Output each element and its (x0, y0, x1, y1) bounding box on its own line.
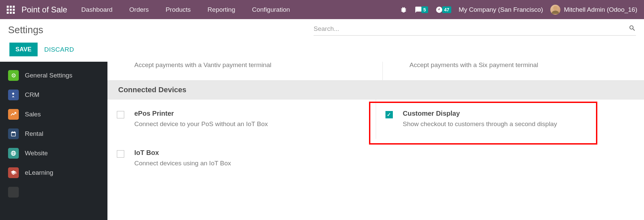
settings-row-partial: Accept payments with a Vantiv payment te… (107, 62, 644, 80)
company-selector[interactable]: My Company (San Francisco) (459, 6, 543, 13)
setting-epos-printer: ePos Printer Connect device to your PoS … (107, 100, 376, 139)
nav-orders[interactable]: Orders (129, 6, 149, 13)
checkbox-iot-box[interactable] (117, 150, 124, 158)
top-navbar: Point of Sale Dashboard Orders Products … (0, 0, 644, 19)
section-header-connected-devices: Connected Devices (107, 80, 644, 100)
main-nav: Dashboard Orders Products Reporting Conf… (81, 6, 290, 13)
nav-reporting[interactable]: Reporting (208, 6, 235, 13)
app-brand[interactable]: Point of Sale (21, 5, 67, 14)
user-menu[interactable]: Mitchell Admin (Odoo_16) (550, 5, 637, 15)
activities-icon[interactable]: 47 (435, 6, 452, 13)
main-area: ⚙ General Settings CRM Sales Rental We (0, 62, 644, 220)
settings-row: ePos Printer Connect device to your PoS … (107, 100, 644, 139)
handshake-icon (8, 90, 19, 100)
setting-description: Show checkout to customers through a sec… (403, 119, 557, 129)
svg-point-0 (553, 6, 558, 10)
settings-sidebar: ⚙ General Settings CRM Sales Rental We (0, 62, 107, 220)
sidebar-item-label: eLearning (25, 169, 53, 176)
page-title: Settings (8, 24, 43, 36)
chart-icon (8, 109, 19, 120)
debug-icon[interactable] (400, 6, 407, 13)
setting-description: Connect devices using an IoT Box (134, 159, 231, 168)
nav-dashboard[interactable]: Dashboard (81, 6, 112, 13)
setting-title: Customer Display (403, 110, 557, 117)
graduation-icon (8, 167, 19, 178)
page-header: Settings (0, 19, 644, 39)
setting-title: ePos Printer (134, 110, 268, 117)
sidebar-item-partial[interactable] (0, 182, 107, 202)
nav-configuration[interactable]: Configuration (252, 6, 290, 13)
user-name: Mitchell Admin (Odoo_16) (564, 6, 637, 13)
setting-six: Accept payments with a Six payment termi… (382, 62, 644, 80)
sidebar-item-crm[interactable]: CRM (0, 85, 107, 105)
module-icon (8, 187, 19, 198)
search-icon[interactable] (629, 24, 636, 33)
checkbox-customer-display[interactable] (385, 111, 393, 118)
sidebar-item-website[interactable]: Website (0, 144, 107, 163)
setting-iot-box: IoT Box Connect devices using an IoT Box (107, 139, 376, 178)
setting-description: Accept payments with a Vantiv payment te… (134, 62, 360, 70)
sidebar-item-label: Website (25, 150, 48, 157)
search-wrap (314, 24, 636, 36)
setting-description: Connect device to your PoS without an Io… (134, 119, 268, 129)
nav-products[interactable]: Products (166, 6, 191, 13)
sidebar-item-label: Sales (25, 111, 41, 118)
sidebar-item-sales[interactable]: Sales (0, 105, 107, 124)
discard-button[interactable]: DISCARD (44, 46, 74, 53)
settings-content[interactable]: Accept payments with a Vantiv payment te… (107, 62, 644, 220)
sidebar-item-label: General Settings (25, 72, 73, 79)
sidebar-item-rental[interactable]: Rental (0, 124, 107, 144)
checkbox-epos-printer[interactable] (117, 111, 124, 118)
setting-description: Accept payments with a Six payment termi… (410, 62, 635, 70)
setting-title: IoT Box (134, 149, 231, 157)
setting-customer-display: Customer Display Show checkout to custom… (376, 100, 644, 139)
activities-badge: 47 (442, 6, 452, 13)
sidebar-item-label: Rental (25, 130, 43, 138)
avatar (550, 5, 560, 15)
settings-row: IoT Box Connect devices using an IoT Box (107, 139, 644, 178)
messages-badge: 5 (421, 6, 428, 13)
sidebar-item-general-settings[interactable]: ⚙ General Settings (0, 66, 107, 85)
save-button[interactable]: SAVE (9, 43, 38, 56)
search-input[interactable] (314, 25, 629, 33)
calendar-icon (8, 128, 19, 139)
apps-menu-icon[interactable] (7, 6, 15, 14)
sidebar-item-label: CRM (25, 91, 39, 99)
messages-icon[interactable]: 5 (415, 6, 428, 13)
globe-icon (8, 148, 19, 159)
gear-icon: ⚙ (8, 70, 19, 81)
action-bar: SAVE DISCARD (0, 39, 644, 62)
setting-vantiv: Accept payments with a Vantiv payment te… (107, 62, 369, 80)
sidebar-item-elearning[interactable]: eLearning (0, 163, 107, 182)
